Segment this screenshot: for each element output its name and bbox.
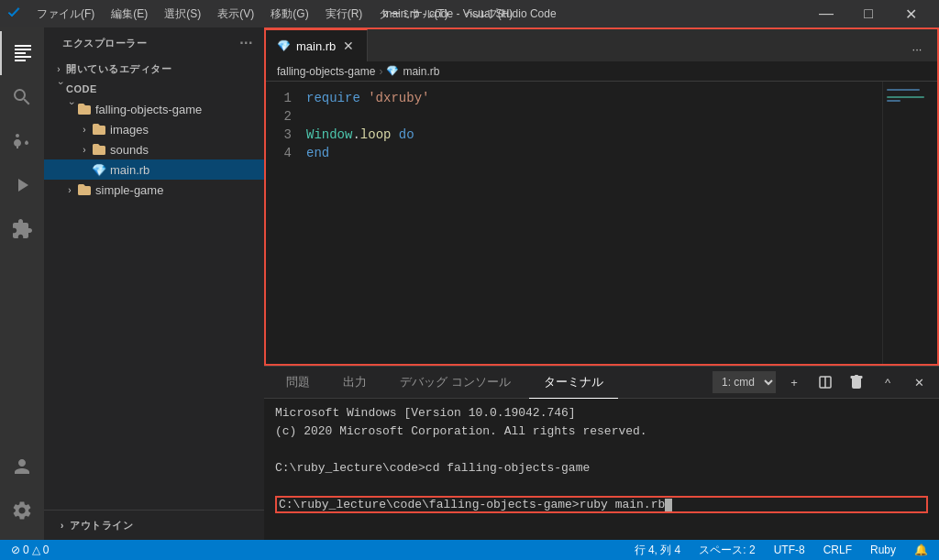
- open-editors-section[interactable]: › 開いているエディター: [44, 59, 264, 79]
- close-panel-button[interactable]: ✕: [906, 369, 932, 395]
- code-editor[interactable]: 1 2 3 4 require 'dxruby' Window.loop do …: [266, 82, 937, 364]
- code-line-3: Window.loop do: [303, 126, 882, 144]
- outline-header[interactable]: › アウトライン: [44, 514, 264, 536]
- tree-images[interactable]: › images: [44, 119, 264, 139]
- bottom-panel: 問題 出力 デバッグ コンソール ターミナル 1: cmd +: [264, 366, 939, 540]
- terminal-cursor: [665, 499, 672, 511]
- open-editors-arrow: ›: [51, 61, 66, 76]
- status-errors[interactable]: ⊘ 0 △ 0: [7, 540, 52, 560]
- code-line-2: [303, 107, 882, 126]
- explorer-more-icon[interactable]: ···: [239, 35, 253, 51]
- main-container: エクスプローラー ··· › 開いているエディター › CODE › falli…: [0, 27, 939, 540]
- menu-run[interactable]: 実行(R): [318, 3, 370, 26]
- tab-close-button[interactable]: ✕: [341, 38, 356, 53]
- activity-account[interactable]: [0, 445, 44, 489]
- panel-tab-output[interactable]: 出力: [328, 367, 381, 399]
- split-editor-button[interactable]: [875, 36, 900, 61]
- tree-falling-objects-game[interactable]: › falling-objects-game: [44, 99, 264, 119]
- maximize-button[interactable]: □: [847, 0, 889, 27]
- terminal-line-1: Microsoft Windows [Version 10.0.19042.74…: [275, 404, 928, 423]
- line-ending-text: CRLF: [823, 544, 852, 556]
- menu-select[interactable]: 選択(S): [157, 3, 208, 26]
- folder-open-arrow: ›: [62, 102, 77, 116]
- code-content[interactable]: require 'dxruby' Window.loop do end: [303, 82, 882, 364]
- panel-tab-problems[interactable]: 問題: [271, 367, 325, 399]
- code-section[interactable]: › CODE: [44, 79, 264, 99]
- more-actions-button[interactable]: ···: [904, 36, 930, 61]
- editor-tab-main-rb[interactable]: 💎 main.rb ✕: [266, 29, 368, 61]
- folder-icon: [92, 142, 106, 157]
- status-left: ⊘ 0 △ 0: [7, 540, 52, 560]
- breadcrumb-part-3[interactable]: main.rb: [403, 65, 439, 78]
- menu-file[interactable]: ファイル(F): [29, 3, 102, 26]
- terminal-select[interactable]: 1: cmd: [713, 371, 776, 393]
- editor-container: 💎 main.rb ✕ ··· falling-objects-game › 💎…: [264, 27, 939, 366]
- language-text: Ruby: [870, 544, 896, 556]
- minimize-button[interactable]: —: [805, 0, 847, 27]
- code-section-arrow: ›: [51, 82, 66, 96]
- tree-simple-game[interactable]: › simple-game: [44, 180, 264, 200]
- terminal-line-5: [275, 478, 928, 496]
- tab-actions: ···: [875, 36, 937, 61]
- sounds-arrow: ›: [77, 142, 92, 157]
- folder-icon: [77, 182, 92, 197]
- activity-bar: [0, 27, 44, 540]
- tree-item-main-rb-label: main.rb: [110, 163, 264, 177]
- window-title: main.rb - code - Visual Studio Code: [382, 7, 556, 20]
- sidebar-tree: › 開いているエディター › CODE › falling-objects-ga…: [44, 55, 264, 510]
- panel-tab-debug[interactable]: デバッグ コンソール: [385, 367, 525, 399]
- status-bar: ⊘ 0 △ 0 行 4, 列 4 スペース: 2 UTF-8 CRLF Ruby…: [0, 540, 939, 560]
- activity-run[interactable]: [0, 163, 44, 207]
- warning-icon: △: [32, 544, 40, 556]
- minimap-content: [887, 89, 933, 104]
- activity-source-control[interactable]: [0, 119, 44, 163]
- collapse-panel-button[interactable]: ^: [875, 369, 900, 395]
- vscode-icon: [7, 6, 22, 21]
- outline-arrow: ›: [55, 518, 70, 533]
- sidebar-footer: › アウトライン: [44, 510, 264, 540]
- sidebar: エクスプローラー ··· › 開いているエディター › CODE › falli…: [44, 27, 264, 540]
- status-spaces[interactable]: スペース: 2: [695, 540, 758, 560]
- position-text: 行 4, 列 4: [635, 543, 681, 558]
- code-line-4: end: [303, 144, 882, 162]
- menu-go[interactable]: 移動(G): [263, 3, 315, 26]
- status-language[interactable]: Ruby: [867, 540, 900, 560]
- tree-item-label: images: [110, 123, 264, 137]
- add-terminal-button[interactable]: +: [781, 369, 807, 395]
- split-terminal-button[interactable]: [812, 369, 838, 395]
- status-right: 行 4, 列 4 スペース: 2 UTF-8 CRLF Ruby 🔔: [631, 540, 932, 560]
- encoding-text: UTF-8: [774, 544, 805, 556]
- breadcrumb: falling-objects-game › 💎 main.rb: [266, 61, 937, 82]
- error-icon: ⊘: [11, 544, 20, 556]
- code-line-1: require 'dxruby': [303, 89, 882, 107]
- menu-view[interactable]: 表示(V): [210, 3, 261, 26]
- status-bell[interactable]: 🔔: [911, 540, 932, 560]
- activity-search[interactable]: [0, 75, 44, 119]
- close-button[interactable]: ✕: [889, 0, 932, 27]
- activity-extensions[interactable]: [0, 207, 44, 251]
- simple-game-arrow: ›: [62, 182, 77, 197]
- activity-explorer[interactable]: [0, 31, 44, 75]
- status-position[interactable]: 行 4, 列 4: [631, 540, 685, 560]
- code-section-label: CODE: [66, 83, 264, 94]
- delete-terminal-button[interactable]: [844, 369, 869, 395]
- panel-tab-terminal[interactable]: ターミナル: [529, 367, 618, 399]
- tab-bar: 💎 main.rb ✕ ···: [266, 29, 937, 61]
- breadcrumb-sep: ›: [379, 65, 382, 78]
- outline-label: アウトライン: [70, 519, 133, 533]
- menu-edit[interactable]: 編集(E): [104, 3, 155, 26]
- terminal-command-line[interactable]: C:\ruby_lecture\code\falling-objects-gam…: [275, 496, 928, 513]
- terminal-content[interactable]: Microsoft Windows [Version 10.0.19042.74…: [264, 399, 939, 540]
- activity-bar-bottom: [0, 445, 44, 540]
- status-encoding[interactable]: UTF-8: [770, 540, 809, 560]
- breadcrumb-part-1[interactable]: falling-objects-game: [277, 65, 375, 78]
- tree-sounds[interactable]: › sounds: [44, 139, 264, 159]
- status-line-ending[interactable]: CRLF: [820, 540, 856, 560]
- warning-count: 0: [43, 544, 50, 556]
- tree-item-label: simple-game: [95, 183, 264, 197]
- terminal-line-3: [275, 441, 928, 459]
- activity-settings[interactable]: [0, 489, 44, 533]
- ruby-file-icon: 💎: [92, 162, 106, 177]
- tree-item-sounds-label: sounds: [110, 143, 264, 157]
- tree-main-rb[interactable]: › 💎 main.rb: [44, 159, 264, 180]
